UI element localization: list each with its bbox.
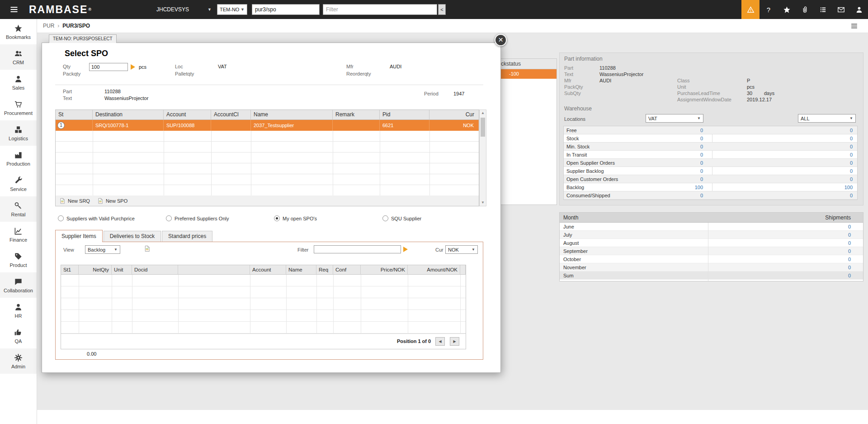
global-filter-input[interactable] (323, 4, 437, 15)
modal-window-tab[interactable]: TEM-NO: PUR3SPOSELECT (49, 34, 117, 43)
warehouse-value-link[interactable]: 0 (850, 176, 853, 182)
tab-supplier-items[interactable]: Supplier Items (55, 230, 103, 242)
favorites-icon[interactable] (778, 0, 796, 19)
orange-arrow-icon[interactable] (403, 247, 408, 252)
rambase-logo[interactable]: RAMBASE® (29, 0, 91, 19)
new-spo-button[interactable]: New SPO (97, 198, 127, 204)
table-header-row: St1 NetQty Unit Docid Account Name Req C… (61, 265, 466, 275)
wrench-icon (14, 176, 23, 185)
sidebar-item-production[interactable]: Production (0, 146, 37, 171)
page-menu-icon[interactable] (850, 22, 858, 30)
chevron-down-icon: ▼ (472, 248, 475, 252)
part-number-link[interactable]: 110288 (599, 65, 616, 71)
next-page-button[interactable]: ▶ (450, 337, 459, 346)
sidebar-item-collaboration[interactable]: Collaboration (0, 272, 37, 298)
help-icon[interactable]: ? (760, 0, 778, 19)
warehouse-value-link[interactable]: 0 (700, 176, 703, 182)
warning-icon[interactable] (741, 0, 760, 19)
qty-unit: pcs (139, 64, 146, 70)
document-icon[interactable] (144, 245, 151, 252)
radio-squ-supplier[interactable]: SQU Supplier (382, 215, 421, 221)
tab-deliveries-to-stock[interactable]: Deliveries to Stock (104, 231, 161, 242)
table-row: Open Customer Orders00 (564, 175, 857, 183)
warehouse-value-link[interactable]: 0 (850, 144, 853, 149)
cur-select[interactable]: NOK ▼ (445, 245, 478, 254)
collapse-search-button[interactable]: < (438, 4, 446, 15)
view-select[interactable]: Backlog ▼ (85, 245, 120, 254)
radio-preferred-suppliers[interactable]: Preferred Suppliers Only (166, 215, 229, 221)
scrollbar-thumb[interactable] (481, 118, 485, 137)
warehouse-value-link[interactable]: 0 (850, 193, 853, 198)
mfr-link[interactable]: AUDI (390, 64, 401, 69)
mfr-link[interactable]: AUDI (599, 78, 611, 83)
previous-page-button[interactable]: ◀ (435, 337, 445, 346)
command-input[interactable] (252, 4, 320, 15)
warehouse-value-link[interactable]: 0 (700, 193, 703, 198)
sidebar-item-procurement[interactable]: Procurement (0, 95, 37, 120)
column-header: NetQty (79, 265, 112, 274)
people-icon (14, 49, 23, 58)
warehouse-value-link[interactable]: 0 (700, 128, 703, 133)
qty-input[interactable] (89, 63, 128, 71)
close-icon[interactable]: ✕ (495, 34, 507, 46)
sidebar-item-bookmarks[interactable]: Bookmarks (0, 19, 37, 44)
vertical-scrollbar[interactable]: ▲ ▼ (479, 110, 486, 206)
warehouse-value-link[interactable]: 0 (850, 168, 853, 174)
sidebar-item-rental[interactable]: Rental (0, 196, 37, 222)
attachment-icon[interactable] (796, 0, 814, 19)
system-selector[interactable]: JHCDEVSYS ▼ (156, 0, 212, 19)
sidebar-item-sales[interactable]: Sales (0, 70, 37, 95)
tab-standard-prices[interactable]: Standard prices (162, 231, 212, 242)
radio-valid-purchprice[interactable]: Suppliers with Valid Purchprice (58, 215, 135, 221)
warehouse-value-link[interactable]: 0 (700, 168, 703, 174)
warehouse-value-link[interactable]: 0 (850, 152, 853, 157)
user-icon[interactable] (850, 0, 868, 19)
warehouse-value-link[interactable]: 0 (700, 144, 703, 149)
location-filter-select[interactable]: ALL ▼ (798, 114, 856, 123)
table-row-selected[interactable]: 1 SRQ/100778-1 SUP/100088 2037_Testsuppl… (56, 120, 479, 131)
orange-arrow-icon[interactable] (131, 64, 135, 70)
sidebar-item-product[interactable]: Product (0, 247, 37, 272)
reorderqty-label: Reorderqty (346, 71, 371, 76)
part-number-link[interactable]: 110288 (104, 89, 121, 94)
shipments-value[interactable]: 0 (848, 257, 851, 262)
mail-icon[interactable] (832, 0, 850, 19)
divider (55, 85, 483, 85)
shipments-value[interactable]: 0 (848, 232, 851, 238)
sidebar-item-admin[interactable]: Admin (0, 348, 37, 374)
warehouse-value-link[interactable]: 0 (850, 128, 853, 133)
sidebar-item-qa[interactable]: QA (0, 323, 37, 348)
warehouse-value-link[interactable]: 0 (850, 160, 853, 166)
warehouse-value-link[interactable]: 0 (850, 136, 853, 141)
shipments-value[interactable]: 0 (848, 265, 851, 270)
sidebar-item-finance[interactable]: Finance (0, 222, 37, 247)
items-filter-input[interactable] (314, 245, 401, 253)
shipments-value[interactable]: 0 (848, 273, 851, 278)
shipments-value[interactable]: 0 (848, 224, 851, 229)
chevron-down-icon: ▼ (849, 116, 853, 120)
warehouse-value-link[interactable]: 0 (700, 160, 703, 166)
main-menu-icon[interactable] (7, 0, 21, 19)
location-select[interactable]: VAT ▼ (646, 114, 703, 123)
scroll-up-icon[interactable]: ▲ (480, 110, 486, 116)
warehouse-value-link[interactable]: 100 (695, 185, 703, 190)
sidebar-item-crm[interactable]: CRM (0, 44, 37, 70)
warehouse-value-link[interactable]: 100 (844, 185, 853, 190)
program-type-select[interactable]: TEM-NO ▼ (217, 4, 247, 15)
task-list-icon[interactable] (814, 0, 832, 19)
sidebar-item-hr[interactable]: HR (0, 298, 37, 323)
sidebar-item-logistics[interactable]: Logistics (0, 120, 37, 146)
sidebar-item-label: Service (10, 186, 27, 192)
radio-my-open-spos[interactable]: My open SPO's (274, 215, 317, 221)
warehouse-value-link[interactable]: 0 (700, 152, 703, 157)
scroll-down-icon[interactable]: ▼ (480, 200, 486, 206)
warehouse-value-link[interactable]: 0 (700, 136, 703, 141)
shipments-value[interactable]: 0 (848, 240, 851, 246)
breadcrumb-root[interactable]: PUR (43, 23, 54, 29)
new-srq-button[interactable]: New SRQ (59, 198, 90, 204)
radio-icon (166, 215, 172, 221)
shipments-value[interactable]: 0 (848, 248, 851, 254)
sidebar-item-service[interactable]: Service (0, 171, 37, 196)
assignment-window-label: AssignmentWindowDate (677, 97, 731, 102)
loc-label: Loc (175, 64, 183, 69)
